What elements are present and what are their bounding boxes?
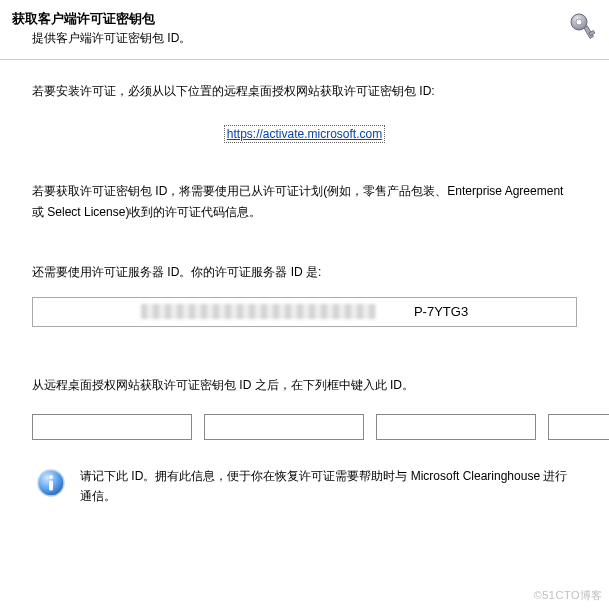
server-id-redacted bbox=[141, 304, 377, 319]
server-id-label: 还需要使用许可证服务器 ID。你的许可证服务器 ID 是: bbox=[32, 264, 577, 281]
page-subtitle: 提供客户端许可证密钥包 ID。 bbox=[32, 30, 597, 47]
install-instruction: 若要安装许可证，必须从以下位置的远程桌面授权网站获取许可证密钥包 ID: bbox=[32, 82, 577, 101]
note-text: 请记下此 ID。拥有此信息，便于你在恢复许可证需要帮助时与 Microsoft … bbox=[80, 466, 577, 507]
activation-link-row: https://activate.microsoft.com bbox=[32, 127, 577, 141]
svg-point-5 bbox=[49, 475, 53, 479]
svg-point-1 bbox=[576, 19, 582, 25]
obtain-instruction: 若要获取许可证密钥包 ID，将需要使用已从许可证计划(例如，零售产品包装、Ent… bbox=[32, 181, 577, 222]
keypack-input-1[interactable] bbox=[32, 414, 192, 440]
server-id-field: XXXXX-XXXXX-XXXXX-XXXXX-XXXXX-XXXXP-7YTG… bbox=[32, 297, 577, 327]
server-id-value: XXXXX-XXXXX-XXXXX-XXXXX-XXXXX-XXXXP-7YTG… bbox=[141, 304, 468, 319]
keypack-input-4[interactable] bbox=[548, 414, 609, 440]
keypack-input-2[interactable] bbox=[204, 414, 364, 440]
svg-rect-6 bbox=[49, 480, 53, 490]
info-icon bbox=[36, 468, 66, 501]
keypack-id-inputs bbox=[32, 414, 577, 440]
note-row: 请记下此 ID。拥有此信息，便于你在恢复许可证需要帮助时与 Microsoft … bbox=[32, 466, 577, 507]
activation-link[interactable]: https://activate.microsoft.com bbox=[224, 125, 385, 143]
wizard-header: 获取客户端许可证密钥包 提供客户端许可证密钥包 ID。 bbox=[0, 0, 609, 55]
page-title: 获取客户端许可证密钥包 bbox=[12, 10, 597, 28]
watermark: ©51CTO博客 bbox=[534, 588, 603, 603]
enter-instruction: 从远程桌面授权网站获取许可证密钥包 ID 之后，在下列框中键入此 ID。 bbox=[32, 377, 577, 394]
wizard-content: 若要安装许可证，必须从以下位置的远程桌面授权网站获取许可证密钥包 ID: htt… bbox=[0, 60, 609, 507]
keypack-input-3[interactable] bbox=[376, 414, 536, 440]
server-key-icon bbox=[565, 8, 601, 44]
